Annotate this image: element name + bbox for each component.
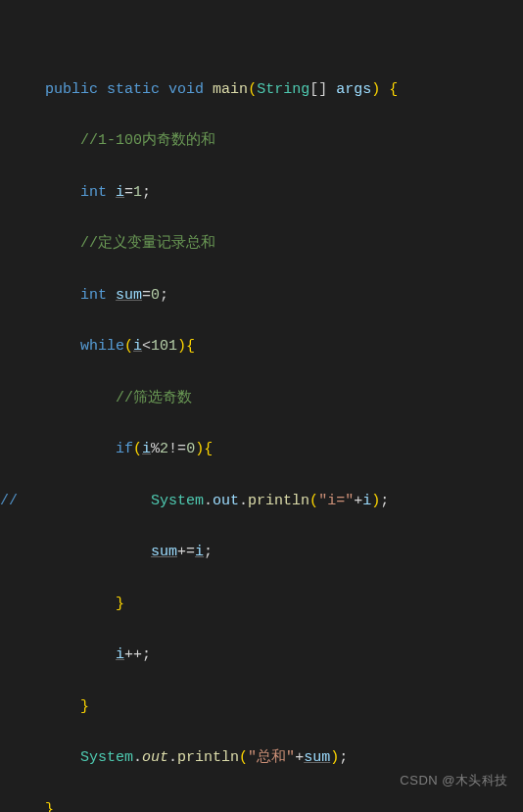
type-keyword: int xyxy=(80,184,107,201)
number: 0 xyxy=(186,441,195,457)
variable: sum xyxy=(304,749,330,766)
method-name: main xyxy=(213,81,248,98)
number: 0 xyxy=(151,287,160,304)
variable: i xyxy=(116,646,124,663)
keyword: while xyxy=(80,338,124,355)
operator: += xyxy=(177,544,195,560)
code-line[interactable]: } xyxy=(10,694,523,720)
code-line[interactable]: if(i%2!=0){ xyxy=(10,437,523,462)
code-line[interactable]: int i=1; xyxy=(10,180,523,206)
operator: ++ xyxy=(124,646,142,663)
type: String xyxy=(257,81,309,98)
keyword: void xyxy=(168,81,204,98)
method-call: println xyxy=(177,749,239,766)
code-line[interactable]: sum+=i; xyxy=(10,540,523,565)
class-ref: System xyxy=(80,749,133,766)
keyword: static xyxy=(107,81,160,98)
number: 2 xyxy=(160,441,168,457)
operator: != xyxy=(168,441,186,457)
type-keyword: int xyxy=(80,287,107,304)
number: 1 xyxy=(133,184,142,201)
code-line[interactable]: //筛选奇数 xyxy=(10,386,523,411)
operator: + xyxy=(295,749,304,766)
field: out xyxy=(213,493,239,509)
code-line[interactable]: while(i<101){ xyxy=(10,334,523,359)
code-line[interactable]: //定义变量记录总和 xyxy=(10,231,523,257)
class-ref: System xyxy=(151,493,204,509)
operator: < xyxy=(142,338,151,355)
variable: i xyxy=(195,544,204,560)
code-line[interactable]: int sum=0; xyxy=(10,283,523,309)
brackets: [] xyxy=(309,81,327,98)
string-literal: "i=" xyxy=(318,493,354,509)
variable: i xyxy=(362,493,371,509)
field: out xyxy=(142,749,168,766)
code-line[interactable]: public static void main(String[] args) { xyxy=(10,77,523,103)
gutter-comment: // xyxy=(0,489,18,514)
param: args xyxy=(336,81,371,98)
variable: sum xyxy=(151,544,177,560)
variable: i xyxy=(133,338,142,355)
watermark-text: CSDN @木头科技 xyxy=(400,770,508,792)
variable: i xyxy=(116,184,124,201)
comment: //1-100内奇数的和 xyxy=(80,132,215,149)
code-line[interactable]: // System.out.println("i="+i); xyxy=(10,489,523,514)
method-call: println xyxy=(248,493,309,509)
code-line[interactable]: } xyxy=(10,797,523,812)
number: 101 xyxy=(151,338,177,355)
operator: + xyxy=(354,493,362,509)
operator: % xyxy=(151,441,160,457)
string-literal: "总和" xyxy=(248,749,295,766)
code-line[interactable]: } xyxy=(10,592,523,617)
code-line[interactable]: i++; xyxy=(10,643,523,668)
variable: i xyxy=(142,441,151,457)
code-line[interactable]: //1-100内奇数的和 xyxy=(10,128,523,154)
code-line[interactable]: System.out.println("总和"+sum); xyxy=(10,745,523,771)
variable: sum xyxy=(116,287,142,304)
keyword: public xyxy=(45,81,98,98)
comment: //定义变量记录总和 xyxy=(80,235,215,252)
comment: //筛选奇数 xyxy=(116,390,192,406)
keyword: if xyxy=(116,441,133,457)
code-editor[interactable]: public static void main(String[] args) {… xyxy=(0,0,523,812)
